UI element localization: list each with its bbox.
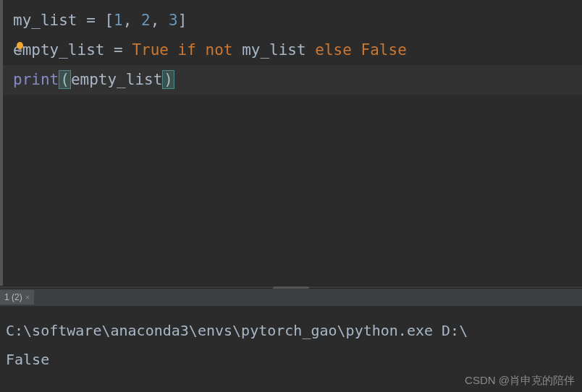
- keyword-else: else: [315, 41, 352, 59]
- builtin-print: print: [13, 71, 59, 88]
- tab-label: 1 (2): [4, 292, 22, 302]
- svg-rect-1: [18, 49, 22, 52]
- variable: empty_list: [13, 41, 104, 59]
- paren-open: (: [59, 70, 71, 89]
- keyword-false: False: [361, 41, 407, 59]
- editor-pane[interactable]: my_list = [1, 2, 3] empty_list = True if…: [0, 0, 582, 286]
- variable: empty_list: [71, 71, 162, 88]
- code-area[interactable]: my_list = [1, 2, 3] empty_list = True if…: [3, 0, 582, 95]
- keyword-not: not: [206, 41, 233, 59]
- number-literal: 2: [141, 12, 151, 29]
- output-line: False: [6, 345, 576, 374]
- console-tab[interactable]: 1 (2) ×: [0, 290, 34, 304]
- keyword-if: if: [178, 41, 196, 59]
- code-line-2[interactable]: empty_list = True if not my_list else Fa…: [13, 35, 582, 65]
- keyword-true: True: [132, 41, 169, 59]
- number-literal: 1: [114, 12, 123, 29]
- number-literal: 3: [169, 12, 178, 29]
- svg-point-0: [17, 42, 23, 49]
- intention-bulb-icon[interactable]: [16, 42, 23, 52]
- paren-close: ): [162, 70, 174, 89]
- watermark: CSDN @肖申克的陪伴: [465, 374, 575, 388]
- console-output[interactable]: C:\software\anaconda3\envs\pytorch_gao\p…: [0, 306, 582, 384]
- code-line-1[interactable]: my_list = [1, 2, 3]: [13, 6, 582, 35]
- output-line: C:\software\anaconda3\envs\pytorch_gao\p…: [6, 316, 576, 345]
- variable: my_list: [13, 12, 77, 29]
- code-line-3[interactable]: print(empty_list): [3, 65, 582, 95]
- console-tab-bar: 1 (2) ×: [0, 289, 582, 306]
- close-icon[interactable]: ×: [25, 293, 30, 302]
- variable: my_list: [242, 41, 306, 59]
